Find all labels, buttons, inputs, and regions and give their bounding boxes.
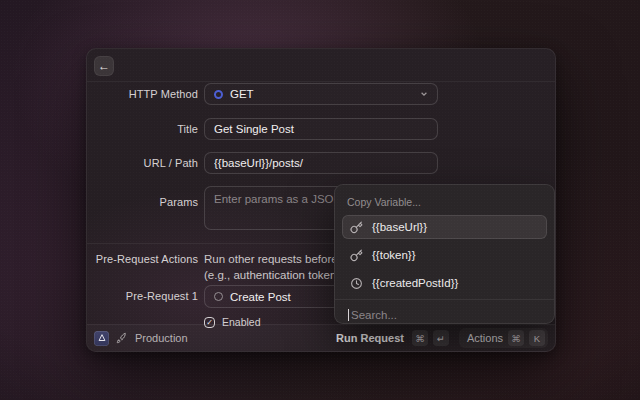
pre-request-1-label: Pre-Request 1 <box>87 290 198 302</box>
pre-request-actions-label: Pre-Request Actions <box>87 253 198 265</box>
variable-item-baseurl[interactable]: {{baseUrl}} <box>342 215 547 239</box>
variable-item-createdpostid[interactable]: {{createdPostId}} <box>342 271 547 295</box>
title-input[interactable] <box>214 123 428 135</box>
app-logo-icon[interactable] <box>94 331 109 346</box>
rocket-icon <box>116 332 128 344</box>
back-button[interactable]: ← <box>94 56 114 76</box>
key-icon <box>350 221 363 234</box>
titlebar: ← <box>87 49 555 82</box>
request-editor-window: ← HTTP Method GET Title URL / Path <box>86 48 556 352</box>
clock-icon <box>350 277 363 290</box>
run-request-button[interactable]: Run Request <box>336 332 404 344</box>
request-status-icon <box>214 292 223 301</box>
chevron-down-icon <box>420 90 428 98</box>
key-icon <box>350 249 363 262</box>
title-label: Title <box>87 123 198 135</box>
popup-search-row <box>342 300 547 321</box>
actions-label: Actions <box>467 332 503 344</box>
k-keycap[interactable]: K <box>529 330 545 346</box>
variable-search-input[interactable] <box>351 309 541 321</box>
url-label: URL / Path <box>87 157 198 169</box>
cmd-keycap[interactable]: ⌘ <box>508 330 524 346</box>
variable-item-label: {{createdPostId}} <box>372 277 458 289</box>
status-bar: Production Run Request ⌘ ↵ Actions ⌘ K <box>87 324 555 351</box>
http-method-select[interactable]: GET <box>204 83 438 105</box>
pre-request-1-value: Create Post <box>230 291 291 303</box>
params-label: Params <box>87 196 198 208</box>
environment-selector[interactable]: Production <box>135 332 188 344</box>
cmd-keycap[interactable]: ⌘ <box>412 330 428 346</box>
return-keycap[interactable]: ↵ <box>433 330 449 346</box>
desktop-background: { "titlebar": { "back_icon": "←" }, "for… <box>0 0 640 400</box>
url-input[interactable] <box>214 157 428 169</box>
popup-title: Copy Variable... <box>342 192 547 215</box>
actions-button[interactable]: Actions ⌘ K <box>459 328 548 348</box>
variable-item-label: {{baseUrl}} <box>372 221 427 233</box>
url-input-wrap <box>204 152 438 174</box>
copy-variable-popup: Copy Variable... {{baseUrl}} {{token}} {… <box>334 184 555 324</box>
method-status-icon <box>214 90 223 99</box>
title-input-wrap <box>204 118 438 140</box>
text-cursor <box>348 309 349 321</box>
http-method-label: HTTP Method <box>87 88 198 100</box>
status-bar-right: Run Request ⌘ ↵ Actions ⌘ K <box>336 328 548 348</box>
variable-item-label: {{token}} <box>372 249 416 261</box>
variable-item-token[interactable]: {{token}} <box>342 243 547 267</box>
http-method-value: GET <box>230 88 254 100</box>
